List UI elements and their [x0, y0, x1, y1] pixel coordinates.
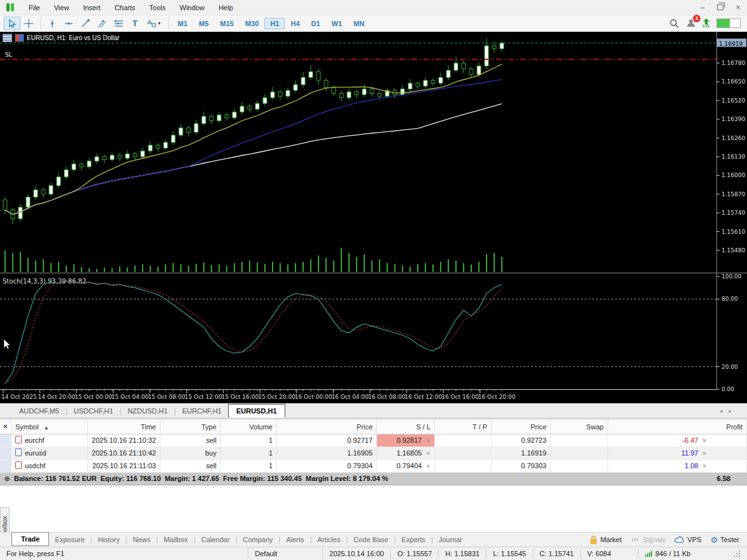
close-position-icon[interactable]: ✕ [702, 450, 707, 457]
cell-tp [435, 434, 492, 447]
sl-line-label: SL [5, 52, 12, 58]
cell-tp [435, 460, 492, 472]
cell-swap [551, 447, 608, 459]
account-summary-bar: ⊕ Balance: 116 761.52 EUR Equity: 116 76… [0, 473, 747, 485]
shapes-tool-button[interactable]: ▼ [143, 17, 165, 30]
notification-badge: 1 [693, 15, 701, 22]
toolbar-separator [40, 18, 41, 29]
text-tool-button[interactable]: T [127, 17, 143, 30]
menu-window[interactable]: Window [173, 1, 211, 14]
timeframe-d1[interactable]: D1 [306, 18, 326, 29]
menu-help[interactable]: Help [211, 1, 240, 14]
timeframe-m15[interactable]: M15 [215, 18, 239, 29]
horizontal-line-tool-button[interactable] [60, 17, 77, 30]
remove-sl-icon[interactable]: ✕ [425, 463, 430, 470]
restore-button[interactable] [711, 1, 729, 14]
position-row-eurchf[interactable]: eurchf 2025.10.16 21:10:32 sell 1 0.9271… [0, 434, 747, 447]
svg-text:1.15610: 1.15610 [722, 229, 745, 235]
column-price[interactable]: Price [277, 420, 377, 434]
chart-list-icon [3, 34, 12, 42]
tab-company[interactable]: Company [237, 534, 278, 545]
chart-area[interactable]: EURUSD, H1: Euro vs US Dollar SL Stoch(1… [0, 32, 747, 403]
remove-sl-icon[interactable]: ✕ [425, 438, 430, 444]
row-strip [0, 447, 11, 459]
signals-icon [630, 536, 640, 543]
position-row-usdchf[interactable]: usdchf 2025.10.16 21:11:03 sell 1 0.7930… [0, 460, 747, 473]
cell-tp [435, 447, 492, 459]
chart-tab-nzdusd[interactable]: NZDUSD,H1 [121, 405, 174, 417]
fibonacci-tool-button[interactable] [110, 17, 127, 30]
column-swap[interactable]: Swap [551, 420, 608, 434]
status-high: H: 1.15831 [438, 549, 486, 559]
timeframe-w1[interactable]: W1 [326, 18, 348, 29]
tab-articles[interactable]: Articles [311, 534, 346, 545]
column-tp[interactable]: T / P [435, 420, 492, 434]
channel-tool-button[interactable] [94, 17, 110, 30]
tab-calendar[interactable]: Calendar [196, 534, 236, 545]
timeframe-h1[interactable]: H1 [264, 18, 285, 29]
tab-trade[interactable]: Trade [11, 532, 49, 546]
price-chart-canvas[interactable]: SL Stoch(14,3,3) 93.29 86.82 1.169191.16… [0, 32, 747, 403]
svg-text:15 Oct 16:00: 15 Oct 16:00 [222, 394, 259, 400]
menu-view[interactable]: View [47, 1, 76, 14]
column-type[interactable]: Type [160, 420, 221, 434]
search-icon[interactable] [669, 18, 679, 29]
battery-indicator [716, 18, 741, 28]
timeframe-mn[interactable]: MN [348, 18, 370, 29]
close-panel-icon[interactable]: ✕ [0, 420, 11, 434]
signals-button[interactable]: Signals [630, 536, 665, 543]
trendline-tool-button[interactable] [77, 17, 94, 30]
market-button[interactable]: Market [589, 535, 622, 545]
tab-codebase[interactable]: Code Base [348, 534, 394, 545]
sl-cell[interactable]: 0.79404✕ [377, 460, 435, 472]
resize-grip[interactable] [733, 550, 741, 557]
chart-tab-eurchf[interactable]: EURCHF,H1 [176, 405, 228, 417]
remove-sl-icon[interactable]: ✕ [425, 450, 430, 457]
column-price-current[interactable]: Price [492, 420, 551, 434]
notifications-button[interactable]: 1 [686, 18, 696, 29]
tab-news[interactable]: News [127, 534, 157, 545]
cell-price: 0.79304 [277, 460, 377, 472]
tab-journal[interactable]: Journal [433, 534, 467, 545]
svg-text:15 Oct 04:00: 15 Oct 04:00 [111, 394, 149, 400]
menu-insert[interactable]: Insert [76, 1, 108, 14]
tab-mailbox[interactable]: Mailbox [158, 534, 194, 545]
tab-history[interactable]: History [92, 534, 125, 545]
vertical-line-tool-button[interactable] [44, 17, 60, 30]
timeframe-h4[interactable]: H4 [285, 18, 305, 29]
menu-tools[interactable]: Tools [142, 1, 173, 14]
svg-text:1.16919: 1.16919 [719, 41, 743, 47]
timeframe-m1[interactable]: M1 [172, 18, 193, 29]
column-symbol[interactable]: Symbol▲ [11, 420, 88, 434]
column-sl[interactable]: S / L [377, 420, 435, 434]
menu-charts[interactable]: Charts [108, 1, 142, 14]
column-time[interactable]: Time [88, 420, 160, 434]
timeframe-m30[interactable]: M30 [239, 18, 264, 29]
chart-tab-audchf[interactable]: AUDCHF,M5 [13, 405, 66, 417]
sl-cell[interactable]: 1.16805✕ [377, 447, 435, 459]
chart-tab-eurusd-active[interactable]: EURUSD,H1 [228, 404, 285, 418]
minimize-button[interactable]: – [694, 1, 711, 14]
close-position-icon[interactable]: ✕ [702, 438, 707, 444]
close-button[interactable]: × [729, 1, 747, 14]
tester-button[interactable]: ⚙ Tester [710, 535, 739, 545]
tab-experts[interactable]: Experts [396, 534, 431, 545]
service-buttons: Market Signals VPS ⚙ Tester [589, 535, 747, 545]
menu-bar: File View Insert Charts Tools Window Hel… [0, 0, 747, 15]
close-position-icon[interactable]: ✕ [702, 463, 707, 470]
expand-icon[interactable]: ⊕ [0, 473, 14, 485]
position-row-eurusd[interactable]: eurusd 2025.10.16 21:10:42 buy 1 1.16905… [0, 447, 747, 460]
timeframe-m5[interactable]: M5 [193, 18, 214, 29]
chart-tab-usdchf[interactable]: USDCHF,H1 [68, 405, 120, 417]
sl-cell[interactable]: 0.92817✕ [377, 434, 435, 447]
column-profit[interactable]: Profit [608, 420, 747, 434]
cursor-tool-button[interactable] [4, 17, 20, 30]
column-volume[interactable]: Volume [221, 420, 277, 434]
crosshair-tool-button[interactable] [20, 17, 37, 30]
tab-alerts[interactable]: Alerts [280, 534, 309, 545]
tab-exposure[interactable]: Exposure [49, 534, 90, 545]
menu-file[interactable]: File [22, 1, 47, 14]
status-volume: V: 6084 [580, 549, 638, 559]
vps-button[interactable]: VPS [674, 536, 701, 543]
tab-scroll-arrows[interactable]: ◂▸ [720, 408, 747, 414]
